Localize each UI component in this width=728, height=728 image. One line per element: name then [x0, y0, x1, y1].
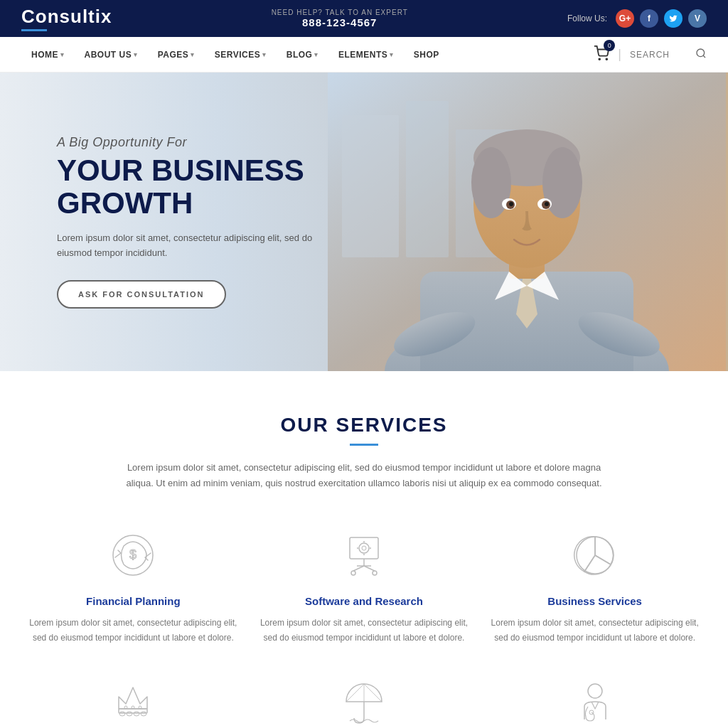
google-plus-icon[interactable]: G+: [616, 9, 634, 28]
logo-area: Consultix: [21, 6, 112, 31]
facebook-icon[interactable]: f: [640, 9, 658, 28]
contact-label: NEED HELP? TALK TO AN EXPERT: [272, 9, 408, 16]
hero-section: A Big Opportunity For YOUR BUSINESS GROW…: [0, 73, 728, 371]
svg-rect-27: [350, 537, 378, 559]
vk-icon[interactable]: V: [688, 9, 707, 28]
svg-point-29: [362, 546, 366, 550]
svg-line-33: [364, 566, 375, 571]
hero-description: Lorem ipsum dolor sit amet, consectetur …: [57, 231, 327, 261]
services-description: Lorem ipsum dolor sit amet, consectetur …: [115, 460, 613, 491]
service-healthcare: Healthcare Services: [490, 673, 700, 728]
nav-blog-arrow: ▾: [314, 51, 318, 58]
svg-point-0: [599, 58, 601, 60]
svg-point-47: [134, 712, 139, 716]
nav-services[interactable]: SERVICES ▾: [205, 37, 277, 73]
service-travel: Travel and Aviation: [259, 673, 469, 728]
nav-bar: HOME ▾ ABOUT US ▾ PAGES ▾ SERVICES ▾ BLO…: [0, 37, 728, 73]
service-business-title: Business Services: [547, 595, 642, 607]
service-financial-title: Financial Planning: [86, 595, 181, 607]
svg-point-20: [545, 202, 549, 206]
svg-point-19: [509, 202, 513, 206]
svg-point-34: [351, 571, 355, 575]
hero-title: YOUR BUSINESS GROWTH: [57, 154, 327, 220]
twitter-icon[interactable]: [664, 9, 682, 28]
svg-point-1: [606, 58, 608, 60]
nav-about-arrow: ▾: [134, 51, 138, 58]
services-grid: $ Financial Planning Lorem ipsum dolor s…: [28, 527, 700, 728]
service-software-desc: Lorem ipsum dolor sit amet, consectetur …: [259, 616, 469, 645]
nav-about[interactable]: ABOUT US ▾: [75, 37, 148, 73]
service-business-desc: Lorem ipsum dolor sit amet, consectetur …: [490, 616, 700, 645]
svg-point-28: [359, 543, 369, 553]
section-title-bar: [350, 444, 378, 446]
phone-number: 888-123-4567: [272, 16, 408, 28]
consultation-button[interactable]: ASK FOR CONSULTATION: [57, 280, 226, 309]
nav-home[interactable]: HOME ▾: [21, 37, 75, 73]
service-business: Business Services Lorem ipsum dolor sit …: [490, 527, 700, 645]
services-section: OUR SERVICES Lorem ipsum dolor sit amet,…: [0, 371, 728, 728]
travel-icon: [336, 673, 392, 728]
healthcare-icon: [567, 673, 623, 728]
nav-pages-arrow: ▾: [191, 51, 195, 58]
svg-point-35: [373, 571, 377, 575]
financial-icon: $: [105, 527, 161, 584]
nav-elements[interactable]: ELEMENTS ▾: [328, 37, 404, 73]
contact-info: NEED HELP? TALK TO AN EXPERT 888-123-456…: [272, 9, 408, 28]
social-area: Follow Us: G+ f V: [567, 9, 707, 28]
nav-divider: |: [618, 47, 621, 62]
hero-content: A Big Opportunity For YOUR BUSINESS GROW…: [0, 135, 327, 309]
logo-underline: [21, 29, 47, 31]
svg-rect-41: [119, 709, 147, 713]
svg-rect-5: [406, 101, 449, 257]
nav-right: 0 |: [594, 46, 707, 63]
software-icon: [336, 527, 392, 584]
logo[interactable]: Consultix: [21, 6, 112, 28]
nav-home-arrow: ▾: [60, 51, 65, 58]
services-title: OUR SERVICES: [28, 414, 700, 437]
svg-line-32: [353, 566, 364, 571]
nav-elements-arrow: ▾: [390, 51, 394, 58]
hero-subtitle: A Big Opportunity For: [57, 135, 327, 150]
cart-icon[interactable]: 0: [594, 46, 609, 63]
service-financial-desc: Lorem ipsum dolor sit amet, consectetur …: [28, 616, 238, 645]
svg-point-46: [127, 712, 132, 716]
top-bar: Consultix NEED HELP? TALK TO AN EXPERT 8…: [0, 0, 728, 37]
service-software: Software and Research Lorem ipsum dolor …: [259, 527, 469, 645]
svg-point-53: [588, 684, 602, 698]
nav-pages[interactable]: PAGES ▾: [148, 37, 205, 73]
business-icon: [567, 527, 623, 584]
follow-label: Follow Us:: [567, 14, 607, 23]
service-quality: Quality Resourcing: [28, 673, 238, 728]
svg-rect-4: [342, 115, 399, 257]
quality-icon: [105, 673, 161, 728]
nav-shop[interactable]: SHOP: [404, 37, 449, 73]
service-software-title: Software and Research: [305, 595, 423, 607]
nav-blog[interactable]: BLOG ▾: [277, 37, 328, 73]
svg-point-2: [697, 49, 705, 57]
svg-text:$: $: [129, 547, 136, 562]
search-input[interactable]: [630, 50, 687, 60]
nav-services-arrow: ▾: [262, 51, 267, 58]
svg-point-48: [141, 712, 146, 716]
search-icon[interactable]: [695, 48, 707, 62]
service-financial: $ Financial Planning Lorem ipsum dolor s…: [28, 527, 238, 645]
cart-badge: 0: [604, 40, 615, 51]
svg-point-45: [119, 712, 125, 716]
nav-items: HOME ▾ ABOUT US ▾ PAGES ▾ SERVICES ▾ BLO…: [21, 37, 594, 73]
